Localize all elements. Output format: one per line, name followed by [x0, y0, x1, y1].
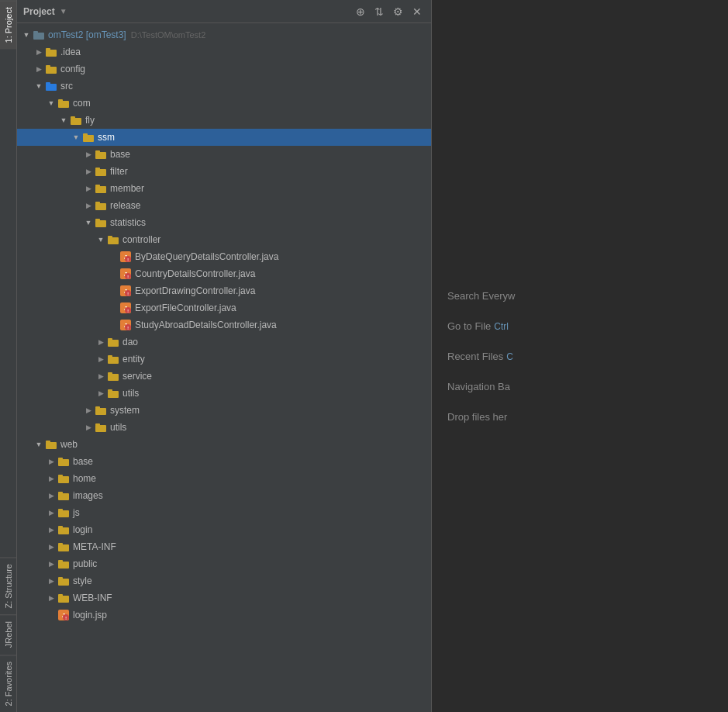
sidebar-item-favorites[interactable]: 2: Favorites [0, 655, 16, 712]
folder-icon [57, 592, 70, 604]
toggle-icon: ▶ [82, 165, 95, 178]
tree-node-label: utils [122, 388, 139, 399]
tree-row[interactable]: ▶ utils [17, 419, 431, 436]
tree-node-label: ByDateQueryDetailsController.java [135, 251, 278, 262]
svg-rect-13 [83, 133, 88, 136]
tree-row[interactable]: ▶ base [17, 453, 431, 470]
panel-title-text: Project [23, 6, 55, 17]
svg-rect-12 [83, 135, 94, 142]
tree-node-label: WEB-INF [73, 593, 112, 603]
collapse-icon[interactable]: ⇅ [371, 5, 387, 19]
panel-title[interactable]: Project ▼ [23, 6, 67, 17]
tree-node-label: dao [122, 337, 138, 347]
toggle-icon: ▶ [45, 575, 57, 587]
tree-row[interactable]: ▶ .idea [17, 43, 431, 60]
svg-rect-70 [58, 544, 69, 551]
tree-row[interactable]: J ! StudyAbroadDetailsController.java [17, 316, 431, 334]
java-file-icon: J ! [119, 285, 132, 297]
project-tree[interactable]: ▼ omTest2 [omTest3] D:\TestOM\omTest2 ▶ … [17, 23, 431, 712]
svg-rect-49 [108, 355, 112, 358]
close-icon[interactable]: ✕ [409, 5, 425, 19]
jsp-file-icon: J ! [57, 609, 70, 621]
tree-node-label: ssm [98, 132, 115, 143]
svg-rect-46 [108, 340, 119, 347]
java-file-icon: J ! [119, 319, 132, 331]
folder-icon [33, 29, 45, 41]
tree-row[interactable]: ▶ entity [17, 351, 431, 368]
tree-node-path: D:\TestOM\omTest2 [131, 30, 206, 40]
tree-row[interactable]: J ! CountryDetailsController.java [17, 265, 431, 282]
tree-row[interactable]: J ! login.jsp [17, 607, 431, 624]
spacer [107, 302, 119, 314]
tree-row[interactable]: ▶ login [17, 521, 431, 538]
tree-node-label: system [110, 405, 140, 416]
tree-node-label: com [73, 98, 91, 109]
toggle-icon: ▶ [82, 404, 95, 416]
tree-row[interactable]: ▼ web [17, 436, 431, 453]
folder-icon [45, 46, 57, 58]
tree-node-label: .idea [60, 47, 81, 57]
tree-row[interactable]: ▼ controller [17, 231, 431, 248]
tree-row[interactable]: J ! ExportFileController.java [17, 299, 431, 316]
tree-row[interactable]: ▼ statistics [17, 214, 431, 231]
svg-rect-68 [58, 527, 69, 534]
project-panel: Project ▼ ⊕ ⇅ ⚙ ✕ ▼ omTest2 [omTest3] D:… [17, 0, 432, 712]
locate-icon[interactable]: ⊕ [353, 5, 368, 19]
toggle-icon: ▶ [82, 182, 95, 195]
sidebar-item-structure[interactable]: Z: Structure [0, 557, 16, 614]
tree-row[interactable]: ▼ omTest2 [omTest3] D:\TestOM\omTest2 [17, 26, 431, 43]
tree-node-label: omTest2 [omTest3] [48, 29, 126, 40]
sidebar-item-project[interactable]: 1: Project [0, 0, 16, 49]
svg-rect-77 [58, 594, 63, 596]
svg-rect-69 [58, 526, 63, 528]
spacer [107, 285, 119, 297]
tree-node-label: images [73, 490, 103, 501]
toggle-icon: ▶ [45, 524, 57, 536]
settings-icon[interactable]: ⚙ [390, 5, 406, 19]
spacer [107, 268, 119, 280]
tree-node-label: filter [110, 166, 128, 177]
svg-rect-67 [58, 509, 63, 511]
tree-row[interactable]: ▶ WEB-INF [17, 589, 431, 607]
tree-row[interactable]: ▼ ssm [17, 129, 431, 146]
tree-row[interactable]: ▶ release [17, 197, 431, 214]
tree-row[interactable]: ▼ com [17, 95, 431, 112]
tree-row[interactable]: ▶ filter [17, 163, 431, 180]
tree-row[interactable]: ▶ style [17, 572, 431, 589]
tree-row[interactable]: ▼ src [17, 78, 431, 95]
tree-row[interactable]: ▶ public [17, 555, 431, 572]
tree-row[interactable]: ▶ utils [17, 385, 431, 402]
tree-row[interactable]: ▶ META-INF [17, 538, 431, 555]
tree-row[interactable]: J ! ExportDrawingController.java [17, 282, 431, 299]
tree-row[interactable]: ▶ base [17, 146, 431, 163]
tree-row[interactable]: ▶ js [17, 504, 431, 521]
tree-row[interactable]: ▶ system [17, 402, 431, 419]
toggle-icon: ▼ [70, 131, 82, 143]
svg-rect-71 [58, 543, 63, 545]
tree-node-label: controller [122, 234, 160, 245]
folder-icon [45, 63, 57, 75]
tree-row[interactable]: ▶ home [17, 470, 431, 487]
folder-icon [107, 336, 119, 348]
hint-goto-text: Go to File [447, 320, 491, 332]
side-tab-strip: 1: Project Z: Structure JRebel 2: Favori… [0, 0, 17, 712]
chevron-down-icon: ▼ [60, 7, 67, 16]
tree-row[interactable]: ▶ dao [17, 334, 431, 351]
tree-row[interactable]: J ! ByDateQueryDetailsController.java [17, 248, 431, 265]
tree-row[interactable]: ▶ service [17, 368, 431, 385]
svg-rect-9 [58, 99, 63, 102]
sidebar-item-jrebel[interactable]: JRebel [0, 614, 16, 654]
svg-rect-63 [58, 475, 63, 477]
toggle-icon: ▶ [45, 489, 57, 502]
svg-rect-18 [95, 186, 106, 193]
svg-rect-16 [95, 169, 106, 176]
svg-rect-52 [108, 391, 119, 398]
folder-icon [95, 216, 107, 229]
tree-row[interactable]: ▶ config [17, 60, 431, 78]
tree-row[interactable]: ▶ images [17, 487, 431, 504]
java-file-icon: J ! [119, 251, 132, 263]
toggle-icon: ▶ [45, 472, 57, 485]
tree-node-label: login [73, 524, 92, 535]
tree-row[interactable]: ▼ fly [17, 112, 431, 129]
tree-row[interactable]: ▶ member [17, 180, 431, 197]
